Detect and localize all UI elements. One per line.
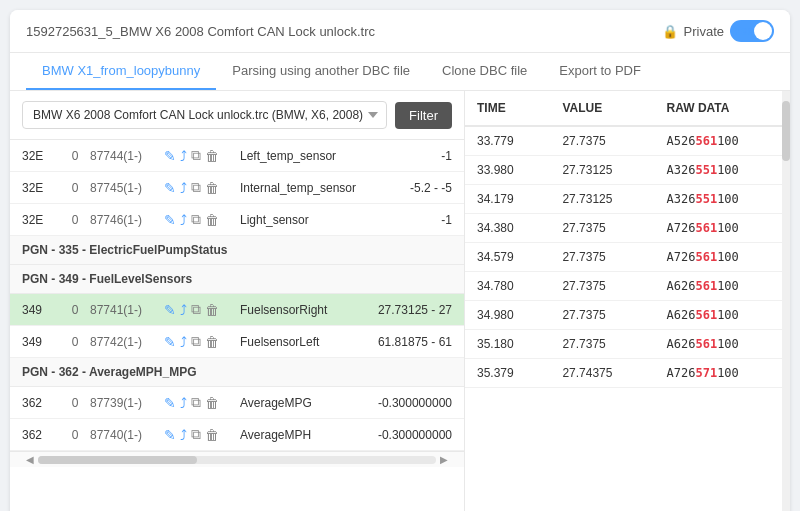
data-table: TIME VALUE RAW DATA 33.77927.7375A526561… <box>465 91 790 388</box>
row-value: 27.73125 - 27 <box>362 303 452 317</box>
cell-raw-data: A326551100 <box>655 156 790 185</box>
row-name: AverageMPG <box>240 396 356 410</box>
table-row: 33.77927.7375A526561100 <box>465 126 790 156</box>
row-value: -1 <box>362 149 452 163</box>
trash-icon[interactable]: 🗑 <box>205 180 219 196</box>
row-addr: 87746(1-) <box>90 213 158 227</box>
filter-row: BMW X6 2008 Comfort CAN Lock unlock.trc … <box>10 91 464 140</box>
pgn-header-335: PGN - 335 - ElectricFuelPumpStatus <box>10 236 464 265</box>
share-icon[interactable]: ⤴ <box>180 212 187 228</box>
copy-icon[interactable]: ⧉ <box>191 394 201 411</box>
cell-raw-data: A726571100 <box>655 359 790 388</box>
edit-icon[interactable]: ✎ <box>164 427 176 443</box>
share-icon[interactable]: ⤴ <box>180 180 187 196</box>
tab-export[interactable]: Export to PDF <box>543 53 657 90</box>
cell-value: 27.7375 <box>550 126 654 156</box>
raw-highlight: 561 <box>695 250 717 264</box>
row-num: 0 <box>66 428 84 442</box>
raw-highlight: 561 <box>695 134 717 148</box>
row-name: AverageMPH <box>240 428 356 442</box>
trash-icon[interactable]: 🗑 <box>205 302 219 318</box>
data-table-wrap[interactable]: TIME VALUE RAW DATA 33.77927.7375A526561… <box>465 91 790 511</box>
cell-raw-data: A626561100 <box>655 272 790 301</box>
trash-icon[interactable]: 🗑 <box>205 427 219 443</box>
copy-icon[interactable]: ⧉ <box>191 211 201 228</box>
cell-value: 27.7375 <box>550 272 654 301</box>
row-id: 32E <box>22 149 60 163</box>
scroll-left-arrow[interactable]: ◀ <box>22 454 38 465</box>
edit-icon[interactable]: ✎ <box>164 212 176 228</box>
cell-time: 35.180 <box>465 330 550 359</box>
cell-time: 34.579 <box>465 243 550 272</box>
right-panel-scrollbar-track[interactable] <box>782 91 790 511</box>
pgn-header-349: PGN - 349 - FuelLevelSensors <box>10 265 464 294</box>
filter-button[interactable]: Filter <box>395 102 452 129</box>
trash-icon[interactable]: 🗑 <box>205 212 219 228</box>
cell-value: 27.7375 <box>550 214 654 243</box>
row-name: FuelsensorLeft <box>240 335 356 349</box>
table-row: 349 0 87741(1-) ✎ ⤴ ⧉ 🗑 FuelsensorRight … <box>10 294 464 326</box>
cell-time: 35.379 <box>465 359 550 388</box>
trash-icon[interactable]: 🗑 <box>205 395 219 411</box>
trash-icon[interactable]: 🗑 <box>205 334 219 350</box>
table-row: 362 0 87739(1-) ✎ ⤴ ⧉ 🗑 AverageMPG -0.30… <box>10 387 464 419</box>
right-panel-scrollbar-thumb[interactable] <box>782 101 790 161</box>
row-value: -5.2 - -5 <box>362 181 452 195</box>
copy-icon[interactable]: ⧉ <box>191 147 201 164</box>
share-icon[interactable]: ⤴ <box>180 302 187 318</box>
copy-icon[interactable]: ⧉ <box>191 179 201 196</box>
cell-value: 27.7375 <box>550 330 654 359</box>
dbc-select[interactable]: BMW X6 2008 Comfort CAN Lock unlock.trc … <box>22 101 387 129</box>
cell-time: 34.380 <box>465 214 550 243</box>
scroll-right-arrow[interactable]: ▶ <box>436 454 452 465</box>
share-icon[interactable]: ⤴ <box>180 334 187 350</box>
cell-raw-data: A726561100 <box>655 214 790 243</box>
table-row: 34.78027.7375A626561100 <box>465 272 790 301</box>
h-scroll-track[interactable] <box>38 456 436 464</box>
row-num: 0 <box>66 213 84 227</box>
row-value: -0.300000000 <box>362 428 452 442</box>
row-value: -0.300000000 <box>362 396 452 410</box>
tab-parsing[interactable]: Parsing using another DBC file <box>216 53 426 90</box>
share-icon[interactable]: ⤴ <box>180 427 187 443</box>
row-icons: ✎ ⤴ ⧉ 🗑 <box>164 394 234 411</box>
top-bar: 1592725631_5_BMW X6 2008 Comfort CAN Loc… <box>10 10 790 53</box>
edit-icon[interactable]: ✎ <box>164 302 176 318</box>
private-label: Private <box>684 24 724 39</box>
h-scroll-thumb[interactable] <box>38 456 197 464</box>
signal-table-scroll[interactable]: 32E 0 87744(1-) ✎ ⤴ ⧉ 🗑 Left_temp_sensor… <box>10 140 464 511</box>
row-addr: 87745(1-) <box>90 181 158 195</box>
table-row: 32E 0 87744(1-) ✎ ⤴ ⧉ 🗑 Left_temp_sensor… <box>10 140 464 172</box>
row-addr: 87742(1-) <box>90 335 158 349</box>
raw-highlight: 551 <box>695 192 717 206</box>
table-row: 34.98027.7375A626561100 <box>465 301 790 330</box>
cell-raw-data: A626561100 <box>655 330 790 359</box>
share-icon[interactable]: ⤴ <box>180 148 187 164</box>
copy-icon[interactable]: ⧉ <box>191 301 201 318</box>
raw-highlight: 561 <box>695 308 717 322</box>
trash-icon[interactable]: 🗑 <box>205 148 219 164</box>
row-id: 32E <box>22 181 60 195</box>
row-num: 0 <box>66 181 84 195</box>
row-id: 32E <box>22 213 60 227</box>
raw-highlight: 551 <box>695 163 717 177</box>
table-row: 35.37927.74375A726571100 <box>465 359 790 388</box>
table-row: 34.38027.7375A726561100 <box>465 214 790 243</box>
private-toggle-switch[interactable]: Yes <box>730 20 774 42</box>
cell-value: 27.74375 <box>550 359 654 388</box>
edit-icon[interactable]: ✎ <box>164 180 176 196</box>
edit-icon[interactable]: ✎ <box>164 148 176 164</box>
edit-icon[interactable]: ✎ <box>164 334 176 350</box>
edit-icon[interactable]: ✎ <box>164 395 176 411</box>
left-panel-scrollbar[interactable]: ◀ ▶ <box>10 451 464 467</box>
tab-bmw[interactable]: BMW X1_from_loopybunny <box>26 53 216 90</box>
share-icon[interactable]: ⤴ <box>180 395 187 411</box>
copy-icon[interactable]: ⧉ <box>191 333 201 350</box>
col-header-value: VALUE <box>550 91 654 126</box>
row-name: FuelsensorRight <box>240 303 356 317</box>
table-row: 32E 0 87746(1-) ✎ ⤴ ⧉ 🗑 Light_sensor -1 <box>10 204 464 236</box>
row-num: 0 <box>66 396 84 410</box>
copy-icon[interactable]: ⧉ <box>191 426 201 443</box>
tab-clone[interactable]: Clone DBC file <box>426 53 543 90</box>
row-id: 362 <box>22 396 60 410</box>
